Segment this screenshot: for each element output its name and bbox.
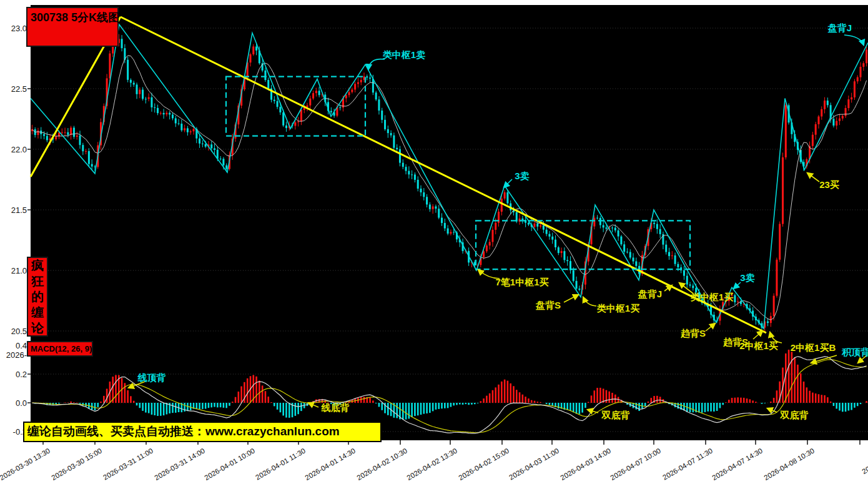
price-tick-label: 23.0 (11, 24, 27, 33)
annotation-label: 线顶背 (137, 372, 166, 383)
watermark-box: 疯 狂 的 缠 论 (27, 257, 48, 337)
watermark-char: 疯 (31, 258, 44, 273)
annotation-label: 盘背S (535, 300, 561, 310)
annotation-label: 双底背 (601, 410, 630, 420)
annotation-label: 双底背 (780, 410, 809, 420)
watermark-char: 的 (31, 289, 44, 304)
annotation-label: 类中枢1买 (690, 292, 733, 302)
price-tick-label: 20.5 (11, 327, 27, 336)
annotation-label: 类中枢1卖 (382, 49, 425, 60)
annotation-label: 盘背J (638, 289, 662, 299)
annotation-label: 积顶背离 (841, 347, 868, 357)
annotation-label: 类中枢1买 (596, 303, 639, 314)
annotation-label: 7笔1中枢1买 (495, 277, 548, 287)
promo-banner-text: 缠论自动画线、买卖点自动推送：www.crazychanlun.com (27, 425, 340, 438)
symbol-title-box: 300738 5分K线图 (26, 7, 119, 47)
annotation-label: 趋背S (680, 328, 706, 338)
annotation-label: 2中枢1买 (739, 340, 778, 351)
watermark-char: 论 (31, 320, 44, 335)
price-tick-label: 21.5 (11, 205, 27, 215)
symbol-title: 300738 5分K线图 (31, 11, 119, 24)
macd-indicator-label: MACD(12, 26, 9) (27, 341, 93, 357)
macd-tick-label: 2026- (6, 350, 27, 360)
macd-tick-label: 0.0 (16, 398, 27, 408)
annotation-label: 盘背J (827, 22, 852, 33)
annotation-label: 3卖 (740, 272, 754, 283)
macd-tick-label: 0.4 (16, 341, 27, 350)
watermark-char: 狂 (31, 274, 44, 289)
kline-chart-canvas: 23.022.522.021.521.020.50.42026-0.20.0-0… (0, 0, 868, 484)
watermark-char: 缠 (31, 305, 44, 320)
price-tick-label: 22.0 (11, 145, 27, 154)
annotation-label: 2中枢1买B (791, 342, 836, 353)
price-tick-label: 21.0 (11, 266, 27, 275)
annotation-label: 23买 (819, 179, 839, 190)
macd-tick-label: 0.2 (16, 370, 27, 379)
price-tick-label: 22.5 (11, 84, 27, 94)
promo-banner: 缠论自动画线、买卖点自动推送：www.crazychanlun.com (23, 422, 382, 442)
annotation-label: 3卖 (515, 170, 529, 181)
macd-label-text: MACD(12, 26, 9) (31, 344, 92, 353)
annotation-label: 线底背 (321, 402, 350, 413)
chart-root: 23.022.522.021.521.020.50.42026-0.20.0-0… (0, 0, 868, 484)
